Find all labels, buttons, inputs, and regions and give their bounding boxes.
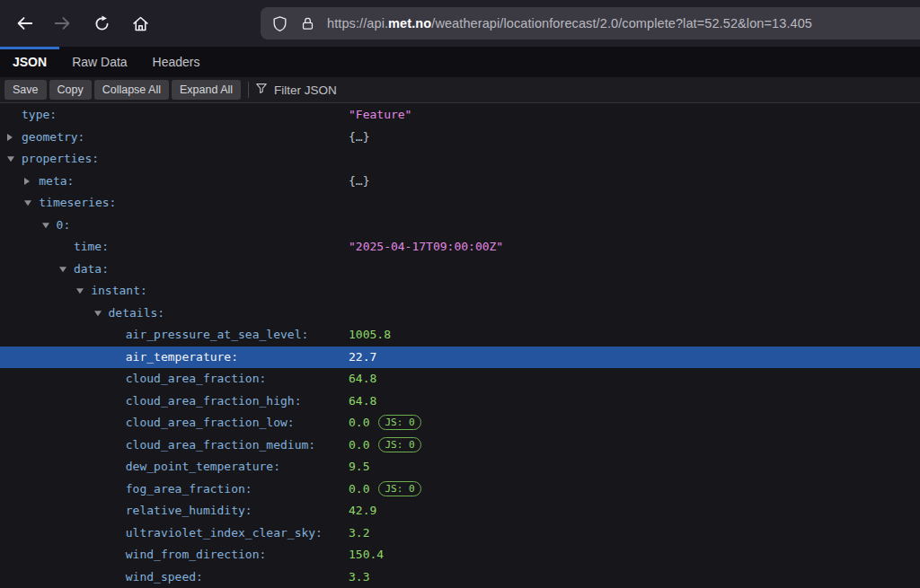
json-row[interactable]: dew_point_temperature:9.5 (0, 456, 920, 478)
collapse-arrow-icon[interactable] (76, 289, 84, 294)
expand-all-button[interactable]: Expand All (172, 80, 241, 100)
json-key: cloud_area_fraction_medium: (0, 434, 315, 457)
toolbar-separator (248, 82, 249, 98)
json-value: 0.0JS: 0 (349, 412, 421, 434)
json-key: ultraviolet_index_clear_sky: (0, 522, 323, 545)
json-value: 22.7 (349, 347, 376, 369)
json-row[interactable]: ultraviolet_index_clear_sky:3.2 (0, 522, 920, 545)
home-icon (131, 14, 150, 33)
json-row[interactable]: instant: (0, 280, 920, 303)
json-value: 64.8 (349, 368, 376, 391)
json-key: wind_speed: (0, 566, 203, 588)
url-domain: met.no (388, 16, 431, 31)
json-key: air_pressure_at_sea_level: (0, 324, 308, 347)
save-button[interactable]: Save (4, 80, 47, 100)
tab-headers-label: Headers (153, 55, 200, 69)
json-value: {…} (349, 127, 369, 149)
json-row[interactable]: air_pressure_at_sea_level:1005.8 (0, 324, 920, 347)
json-row[interactable]: data: (0, 259, 920, 281)
url-path: /weatherapi/locationforecast/2.0/complet… (431, 16, 812, 31)
json-value: 3.3 (349, 566, 369, 588)
forward-button[interactable] (48, 8, 78, 39)
json-value: 1005.8 (349, 324, 391, 347)
shield-icon[interactable] (271, 15, 288, 32)
json-key: cloud_area_fraction_high: (0, 391, 301, 413)
json-row[interactable]: cloud_area_fraction_low:0.0JS: 0 (0, 412, 920, 434)
copy-button[interactable]: Copy (49, 80, 92, 100)
json-row[interactable]: time:"2025-04-17T09:00:00Z" (0, 236, 920, 259)
json-row[interactable]: wind_from_direction:150.4 (0, 544, 920, 566)
collapse-arrow-icon[interactable] (42, 223, 49, 228)
json-key: instant: (0, 280, 147, 303)
browser-window: https://api.met.no/weatherapi/locationfo… (0, 0, 920, 588)
json-key: fog_area_fraction: (0, 478, 252, 501)
expand-arrow-icon[interactable] (7, 134, 13, 141)
json-key: data: (0, 259, 109, 281)
json-key: timeseries: (0, 192, 116, 215)
json-row[interactable]: geometry:{…} (0, 127, 920, 149)
json-value: "Feature" (349, 104, 411, 127)
json-key: details: (0, 303, 164, 325)
tab-json-label: JSON (13, 55, 47, 69)
back-button[interactable] (9, 8, 40, 39)
url-prefix: https://api. (327, 16, 388, 31)
json-key: properties: (0, 148, 99, 171)
filter-json-input[interactable] (274, 83, 918, 97)
json-key: geometry: (0, 127, 84, 149)
back-arrow-icon (14, 13, 34, 33)
collapse-arrow-icon[interactable] (59, 267, 66, 272)
json-key: cloud_area_fraction_low: (0, 412, 295, 434)
json-value: 64.8 (349, 391, 376, 413)
viewer-tab-strip: JSON Raw Data Headers (0, 47, 920, 77)
collapse-all-button[interactable]: Collapse All (94, 80, 169, 100)
json-value: 9.5 (349, 456, 369, 478)
json-row[interactable]: fog_area_fraction:0.0JS: 0 (0, 478, 920, 501)
json-row[interactable]: cloud_area_fraction:64.8 (0, 368, 920, 391)
browser-nav-toolbar: https://api.met.no/weatherapi/locationfo… (0, 0, 920, 47)
filter-funnel-icon (255, 82, 274, 98)
json-key: dew_point_temperature: (0, 456, 280, 478)
json-value: 3.2 (349, 522, 369, 545)
url-bar[interactable]: https://api.met.no/weatherapi/locationfo… (261, 7, 920, 39)
json-key: 0: (0, 215, 70, 237)
json-row[interactable]: timeseries: (0, 192, 920, 215)
reload-button[interactable] (86, 8, 117, 39)
json-row[interactable]: relative_humidity:42.9 (0, 500, 920, 522)
expand-arrow-icon[interactable] (24, 178, 30, 185)
home-button[interactable] (125, 8, 155, 39)
tab-raw-data[interactable]: Raw Data (59, 47, 139, 77)
json-key: wind_from_direction: (0, 544, 266, 566)
json-value: "2025-04-17T09:00:00Z" (349, 236, 503, 259)
forward-arrow-icon (53, 13, 73, 33)
tab-json[interactable]: JSON (0, 47, 59, 77)
collapse-arrow-icon[interactable] (7, 157, 14, 162)
json-row[interactable]: cloud_area_fraction_medium:0.0JS: 0 (0, 434, 920, 457)
tab-raw-data-label: Raw Data (72, 55, 127, 69)
active-tab-indicator (0, 47, 59, 49)
js-value-badge: JS: 0 (378, 481, 420, 496)
url-text: https://api.met.no/weatherapi/locationfo… (327, 16, 812, 31)
json-row[interactable]: type:"Feature" (0, 104, 920, 127)
json-row[interactable]: properties: (0, 148, 920, 171)
json-value: 0.0JS: 0 (349, 434, 421, 457)
json-key: meta: (0, 171, 74, 193)
json-row[interactable]: 0: (0, 215, 920, 237)
json-key: type: (0, 104, 57, 127)
lock-icon[interactable] (300, 16, 315, 31)
json-key: time: (0, 236, 109, 259)
json-key: air_temperature: (0, 347, 238, 369)
json-row[interactable]: cloud_area_fraction_high:64.8 (0, 391, 920, 413)
json-row[interactable]: details: (0, 303, 920, 325)
collapse-arrow-icon[interactable] (94, 311, 102, 316)
collapse-arrow-icon[interactable] (24, 201, 31, 206)
json-value: 42.9 (349, 500, 376, 522)
js-value-badge: JS: 0 (378, 415, 420, 430)
tab-headers[interactable]: Headers (140, 47, 213, 77)
json-key: relative_humidity: (0, 500, 252, 522)
json-value: {…} (349, 171, 369, 193)
json-row[interactable]: wind_speed:3.3 (0, 566, 920, 588)
json-row-selected[interactable]: air_temperature:22.7 (0, 347, 920, 369)
json-key: cloud_area_fraction: (0, 368, 266, 391)
json-row[interactable]: meta:{…} (0, 171, 920, 193)
json-rows: type:"Feature"geometry:{…}properties:met… (0, 103, 920, 588)
